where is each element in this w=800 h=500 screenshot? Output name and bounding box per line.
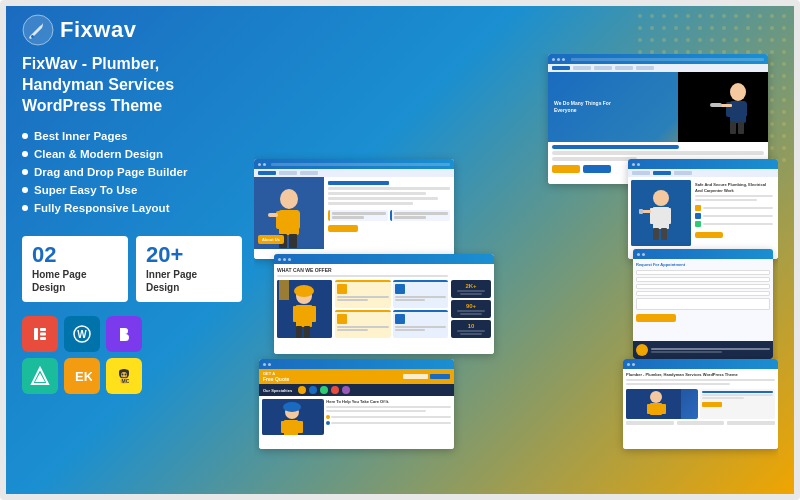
svg-text:W: W: [77, 329, 87, 340]
product-showcase: Fixwav FixWav - Plumber, Handyman Servic…: [0, 0, 800, 500]
product-title: FixWav - Plumber, Handyman Services Word…: [22, 54, 242, 116]
bootstrap-icon: [114, 324, 134, 344]
feature-item-3: Drag and Drop Page Builder: [22, 166, 242, 178]
svg-rect-27: [738, 122, 744, 134]
stat-number-home: 02: [32, 244, 118, 266]
svg-rect-49: [279, 280, 289, 300]
stat-box-inner: 20+ Inner Page Design: [136, 236, 242, 302]
elementor-icon: [30, 324, 50, 344]
svg-rect-25: [740, 102, 747, 117]
screenshots-collage: We Do Many Things For Everyone: [254, 54, 778, 484]
badge-elementor: [22, 316, 58, 352]
svg-point-55: [294, 285, 314, 297]
svg-rect-7: [40, 337, 46, 340]
svg-rect-36: [289, 234, 297, 248]
screenshot-appointment: Request For Appointment: [633, 249, 773, 359]
logo-icon: [22, 14, 54, 46]
svg-text:EK: EK: [75, 369, 92, 384]
svg-rect-37: [268, 213, 278, 217]
left-panel: FixWav - Plumber, Handyman Services Word…: [22, 54, 242, 484]
mailchimp-icon: MC: [114, 366, 134, 386]
svg-point-65: [650, 391, 662, 403]
right-panel: We Do Many Things For Everyone: [254, 54, 778, 484]
screenshot-services: Safe And Secure Plumbing, Electrical And…: [628, 159, 778, 259]
svg-rect-51: [293, 306, 300, 322]
stat-number-inner: 20+: [146, 244, 232, 266]
screenshot-plumber-theme: Plumber - Plumber, Handyman Services Wor…: [623, 359, 778, 449]
page-header: Fixwav: [6, 6, 794, 54]
main-content: FixWav - Plumber, Handyman Services Word…: [6, 54, 794, 494]
badge-mailchimp: MC: [106, 358, 142, 394]
theme1-icon: [30, 366, 50, 386]
svg-rect-43: [653, 228, 659, 240]
stats-row: 02 Home Page Design 20+ Inner Page Desig…: [22, 236, 242, 302]
wordpress-icon: W: [72, 324, 92, 344]
feature-item-2: Clean & Modern Design: [22, 148, 242, 160]
svg-text:MC: MC: [122, 378, 130, 384]
brand-name: Fixwav: [60, 17, 136, 43]
svg-point-63: [283, 402, 301, 412]
svg-rect-59: [281, 421, 287, 433]
svg-rect-4: [34, 328, 38, 340]
badge-theme2: EK: [64, 358, 100, 394]
svg-point-18: [125, 374, 127, 376]
svg-point-31: [280, 189, 298, 209]
svg-rect-67: [647, 404, 653, 414]
svg-rect-6: [40, 333, 46, 336]
svg-rect-52: [309, 306, 316, 322]
svg-point-17: [122, 374, 124, 376]
badge-wordpress: W: [64, 316, 100, 352]
svg-point-22: [730, 83, 746, 101]
badge-bootstrap: [106, 316, 142, 352]
theme2-icon: EK: [72, 366, 92, 386]
feature-item-5: Fully Responsive Layout: [22, 202, 242, 214]
svg-point-3: [31, 35, 34, 38]
svg-rect-44: [661, 228, 667, 240]
icon-badges: W EK: [22, 316, 242, 394]
feature-list: Best Inner Pages Clean & Modern Design D…: [22, 130, 242, 220]
feature-item-1: Best Inner Pages: [22, 130, 242, 142]
screenshot-about: About Us: [254, 159, 454, 259]
svg-point-39: [653, 190, 669, 206]
svg-rect-60: [297, 421, 303, 433]
stat-label-inner: Inner Page Design: [146, 268, 232, 294]
svg-rect-42: [664, 208, 671, 224]
logo-area: Fixwav: [22, 14, 136, 46]
svg-rect-68: [660, 404, 666, 414]
svg-rect-41: [650, 208, 657, 224]
svg-rect-5: [40, 328, 46, 331]
screenshot-offer: WHAT CAN WE OFFER: [274, 254, 494, 354]
svg-rect-26: [730, 122, 736, 134]
feature-item-4: Super Easy To Use: [22, 184, 242, 196]
svg-rect-34: [292, 211, 300, 229]
svg-rect-29: [710, 103, 722, 107]
ss1-hero-text: We Do Many Things For Everyone: [554, 100, 634, 115]
badge-theme1: [22, 358, 58, 394]
svg-rect-54: [304, 326, 310, 338]
stat-label-home: Home Page Design: [32, 268, 118, 294]
screenshot-specialties: GET A Free Quote Our Specialties: [259, 359, 454, 449]
svg-rect-46: [639, 209, 643, 214]
svg-rect-53: [296, 326, 302, 338]
stat-box-home: 02 Home Page Design: [22, 236, 128, 302]
